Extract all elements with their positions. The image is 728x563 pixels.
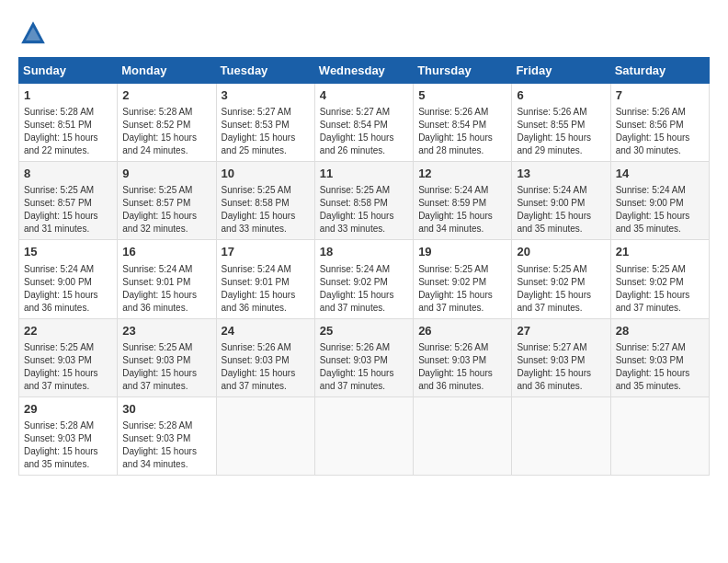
day-info: Daylight: 15 hours [122,367,210,380]
calendar-cell [414,396,512,475]
day-info: and 35 minutes. [24,458,112,471]
calendar-cell: 17Sunrise: 5:24 AMSunset: 9:01 PMDayligh… [216,240,314,318]
day-info: and 37 minutes. [320,380,408,393]
day-number: 15 [24,244,112,260]
day-number: 5 [418,87,506,104]
day-info: Sunrise: 5:27 AM [616,341,704,354]
calendar-cell: 19Sunrise: 5:25 AMSunset: 9:02 PMDayligh… [414,240,512,318]
day-info: Sunset: 8:59 PM [418,197,506,210]
calendar-cell [314,396,413,475]
day-info: Daylight: 15 hours [24,445,112,458]
day-info: Sunset: 9:00 PM [24,276,112,289]
calendar-cell [610,396,709,475]
day-info: Sunset: 8:57 PM [122,197,210,210]
day-info: Sunrise: 5:25 AM [320,184,408,197]
day-info: Daylight: 15 hours [24,367,112,380]
day-info: and 25 minutes. [222,144,310,157]
day-number: 21 [616,244,704,260]
day-info: Sunrise: 5:26 AM [616,106,704,119]
calendar-cell [512,396,610,475]
day-info: and 37 minutes. [320,302,408,315]
day-number: 4 [320,87,408,104]
day-info: Sunrise: 5:28 AM [24,106,112,119]
day-info: Sunrise: 5:25 AM [418,263,506,276]
calendar-cell: 16Sunrise: 5:24 AMSunset: 9:01 PMDayligh… [118,240,216,318]
day-info: and 33 minutes. [320,223,408,236]
day-info: Daylight: 15 hours [122,445,210,458]
day-info: and 37 minutes. [517,302,605,315]
calendar-cell: 12Sunrise: 5:24 AMSunset: 8:59 PMDayligh… [414,162,512,240]
day-info: and 29 minutes. [517,144,605,157]
day-number: 24 [222,323,310,339]
day-info: Daylight: 15 hours [418,367,506,380]
day-info: and 36 minutes. [122,302,210,315]
header-area [18,18,710,48]
day-number: 22 [24,323,112,339]
day-info: Sunset: 9:03 PM [122,354,210,367]
day-info: and 36 minutes. [24,302,112,315]
day-info: Sunset: 8:56 PM [616,119,704,132]
calendar-cell: 11Sunrise: 5:25 AMSunset: 8:58 PMDayligh… [314,162,413,240]
day-info: Daylight: 15 hours [418,289,506,302]
day-info: Sunrise: 5:24 AM [222,263,310,276]
day-info: Daylight: 15 hours [122,289,210,302]
day-info: Sunrise: 5:27 AM [320,106,408,119]
day-info: Daylight: 15 hours [418,132,506,144]
weekday-header: Wednesday [314,58,413,84]
day-number: 14 [616,166,704,182]
day-info: Sunset: 9:03 PM [122,432,210,445]
calendar-header-row: SundayMondayTuesdayWednesdayThursdayFrid… [19,58,710,84]
day-info: Daylight: 15 hours [222,289,310,302]
day-info: Sunrise: 5:26 AM [517,106,605,119]
day-info: Sunrise: 5:24 AM [122,263,210,276]
day-number: 25 [320,323,408,339]
day-info: Sunset: 9:02 PM [616,276,704,289]
calendar-cell: 4Sunrise: 5:27 AMSunset: 8:54 PMDaylight… [314,84,413,162]
day-info: Daylight: 15 hours [122,132,210,144]
day-info: Daylight: 15 hours [616,289,704,302]
day-info: Sunrise: 5:24 AM [616,184,704,197]
day-info: Sunrise: 5:28 AM [122,419,210,432]
day-info: Daylight: 15 hours [24,210,112,223]
day-info: Sunset: 9:01 PM [122,276,210,289]
calendar-cell [216,396,314,475]
calendar-cell: 10Sunrise: 5:25 AMSunset: 8:58 PMDayligh… [216,162,314,240]
calendar-cell: 8Sunrise: 5:25 AMSunset: 8:57 PMDaylight… [19,162,118,240]
day-info: and 37 minutes. [24,380,112,393]
day-info: Sunset: 9:03 PM [517,354,605,367]
day-info: Sunset: 8:52 PM [122,119,210,132]
day-info: Daylight: 15 hours [616,367,704,380]
day-info: and 37 minutes. [222,380,310,393]
day-info: Daylight: 15 hours [517,210,605,223]
day-info: and 35 minutes. [616,380,704,393]
day-number: 13 [517,166,605,182]
day-info: and 26 minutes. [320,144,408,157]
day-number: 30 [122,401,210,418]
calendar-cell: 23Sunrise: 5:25 AMSunset: 9:03 PMDayligh… [118,318,216,396]
day-info: Sunset: 8:57 PM [24,197,112,210]
day-info: Sunrise: 5:24 AM [517,184,605,197]
day-info: and 36 minutes. [517,380,605,393]
day-info: Daylight: 15 hours [320,132,408,144]
day-info: Daylight: 15 hours [320,367,408,380]
day-info: and 24 minutes. [122,144,210,157]
day-info: and 28 minutes. [418,144,506,157]
day-info: Sunrise: 5:25 AM [222,184,310,197]
calendar-cell: 9Sunrise: 5:25 AMSunset: 8:57 PMDaylight… [118,162,216,240]
weekday-header: Monday [118,58,216,84]
day-info: and 37 minutes. [418,302,506,315]
day-info: Sunset: 8:51 PM [24,119,112,132]
calendar-cell: 6Sunrise: 5:26 AMSunset: 8:55 PMDaylight… [512,84,610,162]
day-info: and 34 minutes. [418,223,506,236]
calendar-cell: 2Sunrise: 5:28 AMSunset: 8:52 PMDaylight… [118,84,216,162]
day-info: Daylight: 15 hours [616,132,704,144]
day-info: Daylight: 15 hours [616,210,704,223]
day-info: Daylight: 15 hours [517,367,605,380]
day-info: Daylight: 15 hours [24,132,112,144]
calendar-cell: 28Sunrise: 5:27 AMSunset: 9:03 PMDayligh… [610,318,709,396]
day-info: Daylight: 15 hours [320,289,408,302]
day-info: Sunrise: 5:25 AM [24,341,112,354]
calendar-week-row: 8Sunrise: 5:25 AMSunset: 8:57 PMDaylight… [19,162,710,240]
day-info: Sunrise: 5:25 AM [122,341,210,354]
day-info: Sunrise: 5:27 AM [517,341,605,354]
